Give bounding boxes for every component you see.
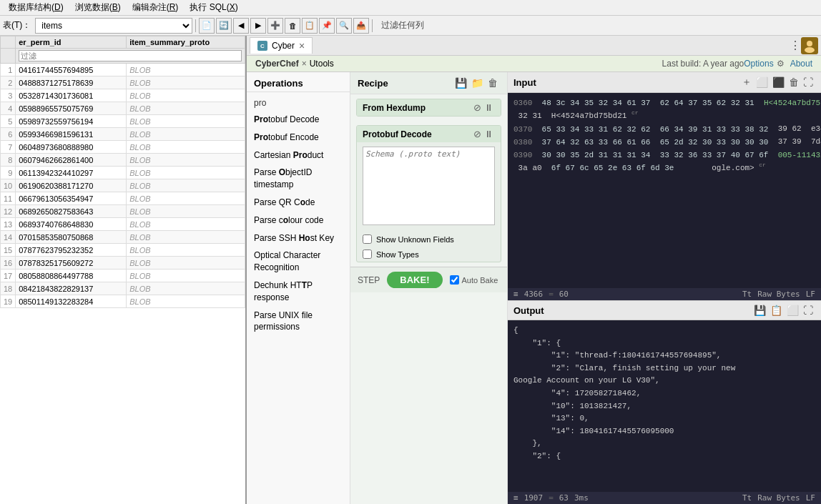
table-row[interactable]: 13 06893740768648830 BLOB	[1, 218, 245, 231]
row-id: 05988965575075769	[16, 102, 127, 115]
table-row[interactable]: 10 06190620388171270 BLOB	[1, 179, 245, 192]
table-row[interactable]: 11 06679613056354947 BLOB	[1, 192, 245, 205]
recipe-open-btn[interactable]: 📁	[469, 76, 486, 89]
toolbar-new-btn[interactable]: 📄	[199, 18, 215, 34]
ops-item-colour[interactable]: Parse colour code	[247, 212, 350, 229]
hex-line-8: 3a a0 6f 67 6c 65 2e 63 6f 6d 3e	[513, 164, 674, 172]
table-row[interactable]: 6 05993466981596131 BLOB	[1, 128, 245, 141]
filter-label: 过滤任何列	[381, 19, 424, 31]
table-row[interactable]: 1 04161744557694895 BLOB	[1, 64, 245, 76]
input-header: Input ＋ ⬜ ⬛ 🗑 ⛶	[508, 72, 821, 93]
table-row[interactable]: 9 06113942324410297 BLOB	[1, 167, 245, 179]
cc-about-link[interactable]: About	[790, 59, 812, 69]
toolbar-add-btn[interactable]: ➕	[267, 18, 283, 34]
row-blob: BLOB	[127, 192, 245, 205]
menu-browse-data[interactable]: 浏览数据(B)	[69, 0, 127, 15]
row-num: 2	[1, 76, 16, 89]
output-fullscreen-btn[interactable]: ⛶	[801, 304, 815, 317]
row-blob: BLOB	[127, 89, 245, 102]
table-row[interactable]: 2 04888371275178639 BLOB	[1, 76, 245, 89]
table-row[interactable]: 12 06892650827583643 BLOB	[1, 205, 245, 218]
recipe-step-disable-btn-2[interactable]: ⊘	[472, 129, 483, 139]
row-blob: BLOB	[127, 218, 245, 231]
table-row[interactable]: 4 05988965575075769 BLOB	[1, 102, 245, 115]
table-row[interactable]: 7 06048973680888980 BLOB	[1, 141, 245, 154]
auto-bake-checkbox[interactable]	[450, 275, 459, 285]
show-types-checkbox[interactable]	[363, 249, 372, 259]
recipe-trash-btn[interactable]: 🗑	[486, 76, 500, 89]
toolbar-sep-2	[372, 19, 373, 32]
ops-item-qr[interactable]: Parse QR Code	[247, 194, 350, 212]
row-id: 06079462662861400	[16, 154, 127, 167]
input-char-icon: ≡	[513, 290, 518, 299]
recipe-panel: Recipe 💾 📁 🗑 From Hexdump ⊘ ⏸	[350, 72, 508, 504]
ops-item-protobuf-decode[interactable]: Protobuf Decode	[247, 111, 350, 129]
recipe-step-disable-btn-1[interactable]: ⊘	[472, 102, 483, 113]
input-add-btn[interactable]: ＋	[739, 75, 754, 89]
input-2col-btn[interactable]: ⬛	[770, 76, 787, 89]
show-unknown-fields-checkbox[interactable]	[363, 234, 372, 244]
row-id: 06113942324410297	[16, 167, 127, 179]
schema-input[interactable]	[363, 147, 495, 225]
cc-utools: Utools	[310, 59, 334, 69]
filter-cell[interactable]	[16, 49, 245, 64]
bake-btn[interactable]: BAKE!	[387, 272, 442, 288]
cc-gear-icon: ⚙	[777, 59, 785, 69]
ops-item-pro[interactable]: pro	[247, 95, 350, 111]
menu-execute-sql[interactable]: 执行 SQL(X)	[184, 0, 243, 15]
hex-line-7: 0390 30 30 35 2d 31 31 31 34 33 32 36 33…	[513, 151, 821, 159]
toolbar-refresh-btn[interactable]: 🔄	[216, 18, 232, 34]
table-row[interactable]: 5 05989732559756194 BLOB	[1, 115, 245, 128]
input-trash-btn[interactable]: 🗑	[787, 76, 801, 89]
table-row[interactable]: 18 08421843822829137 BLOB	[1, 282, 245, 295]
table-row[interactable]: 14 07015853580750868 BLOB	[1, 231, 245, 244]
input-title: Input	[513, 77, 739, 88]
db-panel: er_perm_id item_summary_proto 1 04161744…	[0, 36, 247, 504]
ops-item-protobuf-encode[interactable]: Protobuf Encode	[247, 129, 350, 147]
recipe-step-pause-btn-2[interactable]: ⏸	[483, 129, 495, 139]
table-select[interactable]: items	[35, 18, 192, 34]
output-expand-btn[interactable]: ⬜	[785, 304, 801, 317]
show-unknown-fields-label: Show Unknown Fields	[376, 235, 454, 244]
toolbar-prev-btn[interactable]: ◀	[233, 18, 249, 34]
input-expand-btn[interactable]: ⬜	[754, 76, 770, 89]
toolbar-copy-btn[interactable]: 📋	[302, 18, 318, 34]
recipe-step-pause-btn-1[interactable]: ⏸	[483, 102, 495, 113]
input-section: Input ＋ ⬜ ⬛ 🗑 ⛶ 0360 48 3c 34 35 32 34 6…	[508, 72, 821, 301]
ops-item-ssh[interactable]: Parse SSH Host Key	[247, 229, 350, 247]
cc-tab-close[interactable]: ×	[299, 40, 305, 51]
ops-item-unix-perms[interactable]: Parse UNIX filepermissions	[247, 307, 350, 337]
ops-item-dechunk[interactable]: Dechunk HTTPresponse	[247, 277, 350, 307]
table-row[interactable]: 16 07878325175609272 BLOB	[1, 257, 245, 270]
menu-database-structure[interactable]: 数据库结构(D)	[3, 0, 69, 15]
svg-point-1	[805, 47, 815, 53]
output-save-btn[interactable]: 💾	[752, 304, 768, 317]
ops-item-objectid[interactable]: Parse ObjectIDtimestamp	[247, 164, 350, 194]
row-num: 4	[1, 102, 16, 115]
show-types-label: Show Types	[376, 250, 419, 259]
table-row[interactable]: 3 05328714301736081 BLOB	[1, 89, 245, 102]
input-fullscreen-btn[interactable]: ⛶	[801, 76, 815, 89]
table-row[interactable]: 15 07877623795232352 BLOB	[1, 244, 245, 257]
table-row[interactable]: 8 06079462662861400 BLOB	[1, 154, 245, 167]
toolbar-next-btn[interactable]: ▶	[250, 18, 266, 34]
recipe-save-btn[interactable]: 💾	[453, 76, 469, 89]
cc-tab-cyber[interactable]: C Cyber ×	[250, 37, 313, 54]
table-row[interactable]: 19 08501149132283284 BLOB	[1, 295, 245, 308]
toolbar-search-btn[interactable]: 🔍	[336, 18, 352, 34]
cc-options-btn[interactable]: Options ⚙	[744, 59, 784, 69]
toolbar-export-btn[interactable]: 📤	[353, 18, 369, 34]
filter-input[interactable]	[19, 50, 242, 61]
ops-panel: Operations pro Protobuf Decode Protobuf …	[247, 72, 350, 504]
output-tt-icon: Tt	[742, 493, 752, 503]
row-blob: BLOB	[127, 128, 245, 141]
toolbar-delete-btn[interactable]: 🗑	[285, 18, 300, 34]
ops-item-ocr[interactable]: Optical CharacterRecognition	[247, 247, 350, 277]
row-id: 05989732559756194	[16, 115, 127, 128]
toolbar-paste-btn[interactable]: 📌	[319, 18, 335, 34]
output-copy-btn[interactable]: 📋	[768, 304, 785, 317]
ops-item-cartesian[interactable]: Cartesian Product	[247, 147, 350, 164]
cc-menu-btn[interactable]: ⋮	[790, 39, 801, 52]
menu-edit-notes[interactable]: 编辑杂注(R)	[127, 0, 185, 15]
table-row[interactable]: 17 08058808864497788 BLOB	[1, 270, 245, 282]
